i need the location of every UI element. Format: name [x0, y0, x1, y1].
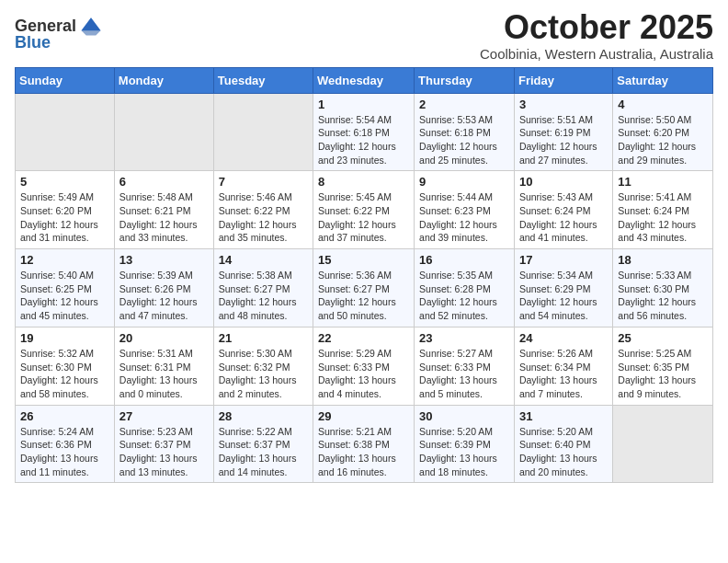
day-info: Sunrise: 5:45 AM Sunset: 6:22 PM Dayligh…: [318, 190, 409, 245]
day-info: Sunrise: 5:23 AM Sunset: 6:37 PM Dayligh…: [119, 425, 209, 479]
weekday-monday: Monday: [114, 67, 213, 93]
day-number: 5: [20, 175, 109, 189]
weekday-wednesday: Wednesday: [313, 67, 415, 93]
day-number: 31: [519, 409, 608, 423]
day-number: 15: [318, 253, 409, 267]
header: General Blue October 2025 Coolbinia, Wes…: [15, 9, 713, 62]
month-title: October 2025: [480, 9, 713, 46]
day-number: 27: [119, 409, 209, 423]
calendar-cell: 18Sunrise: 5:33 AM Sunset: 6:30 PM Dayli…: [613, 249, 713, 327]
day-number: 21: [219, 331, 308, 345]
logo: General Blue: [15, 13, 104, 52]
calendar-cell: 4Sunrise: 5:50 AM Sunset: 6:20 PM Daylig…: [613, 93, 713, 171]
day-number: 18: [618, 253, 708, 267]
calendar-cell: 17Sunrise: 5:34 AM Sunset: 6:29 PM Dayli…: [514, 249, 612, 327]
day-info: Sunrise: 5:32 AM Sunset: 6:30 PM Dayligh…: [20, 347, 109, 401]
calendar-cell: 1Sunrise: 5:54 AM Sunset: 6:18 PM Daylig…: [313, 93, 415, 171]
calendar-cell: 26Sunrise: 5:24 AM Sunset: 6:36 PM Dayli…: [16, 405, 115, 483]
day-number: 29: [318, 409, 409, 423]
calendar-cell: 20Sunrise: 5:31 AM Sunset: 6:31 PM Dayli…: [114, 327, 213, 405]
day-info: Sunrise: 5:44 AM Sunset: 6:23 PM Dayligh…: [419, 190, 509, 245]
calendar-cell: 14Sunrise: 5:38 AM Sunset: 6:27 PM Dayli…: [213, 249, 313, 327]
calendar-cell: 31Sunrise: 5:20 AM Sunset: 6:40 PM Dayli…: [514, 405, 612, 483]
week-row-3: 12Sunrise: 5:40 AM Sunset: 6:25 PM Dayli…: [16, 249, 713, 327]
calendar: SundayMondayTuesdayWednesdayThursdayFrid…: [15, 67, 713, 484]
day-info: Sunrise: 5:49 AM Sunset: 6:20 PM Dayligh…: [20, 190, 109, 245]
day-number: 30: [419, 409, 509, 423]
calendar-cell: 30Sunrise: 5:20 AM Sunset: 6:39 PM Dayli…: [415, 405, 515, 483]
day-info: Sunrise: 5:48 AM Sunset: 6:21 PM Dayligh…: [119, 190, 209, 245]
day-info: Sunrise: 5:40 AM Sunset: 6:25 PM Dayligh…: [20, 269, 109, 323]
calendar-cell: 23Sunrise: 5:27 AM Sunset: 6:33 PM Dayli…: [415, 327, 515, 405]
day-number: 2: [419, 98, 509, 111]
day-info: Sunrise: 5:41 AM Sunset: 6:24 PM Dayligh…: [618, 190, 708, 245]
calendar-cell: 16Sunrise: 5:35 AM Sunset: 6:28 PM Dayli…: [415, 249, 515, 327]
day-info: Sunrise: 5:25 AM Sunset: 6:35 PM Dayligh…: [618, 347, 708, 401]
calendar-cell: 11Sunrise: 5:41 AM Sunset: 6:24 PM Dayli…: [613, 171, 713, 249]
day-number: 25: [618, 331, 708, 345]
day-info: Sunrise: 5:20 AM Sunset: 6:39 PM Dayligh…: [419, 425, 509, 479]
week-row-2: 5Sunrise: 5:49 AM Sunset: 6:20 PM Daylig…: [16, 171, 713, 249]
calendar-cell: 13Sunrise: 5:39 AM Sunset: 6:26 PM Dayli…: [114, 249, 213, 327]
day-number: 8: [318, 175, 409, 189]
day-number: 23: [419, 331, 509, 345]
day-number: 26: [20, 409, 109, 423]
calendar-cell: 10Sunrise: 5:43 AM Sunset: 6:24 PM Dayli…: [514, 171, 612, 249]
weekday-sunday: Sunday: [16, 67, 115, 93]
day-info: Sunrise: 5:22 AM Sunset: 6:37 PM Dayligh…: [219, 425, 308, 479]
calendar-cell: 8Sunrise: 5:45 AM Sunset: 6:22 PM Daylig…: [313, 171, 415, 249]
day-number: 1: [318, 98, 409, 111]
calendar-cell: 28Sunrise: 5:22 AM Sunset: 6:37 PM Dayli…: [213, 405, 313, 483]
calendar-cell: [114, 93, 213, 171]
calendar-cell: [16, 93, 115, 171]
calendar-cell: 6Sunrise: 5:48 AM Sunset: 6:21 PM Daylig…: [114, 171, 213, 249]
calendar-cell: 15Sunrise: 5:36 AM Sunset: 6:27 PM Dayli…: [313, 249, 415, 327]
day-info: Sunrise: 5:43 AM Sunset: 6:24 PM Dayligh…: [519, 190, 608, 245]
week-row-5: 26Sunrise: 5:24 AM Sunset: 6:36 PM Dayli…: [16, 405, 713, 483]
day-number: 10: [519, 175, 608, 189]
day-info: Sunrise: 5:20 AM Sunset: 6:40 PM Dayligh…: [519, 425, 608, 479]
day-number: 17: [519, 253, 608, 267]
day-number: 22: [318, 331, 409, 345]
day-number: 12: [20, 253, 109, 267]
day-info: Sunrise: 5:24 AM Sunset: 6:36 PM Dayligh…: [20, 425, 109, 479]
calendar-cell: [613, 405, 713, 483]
day-info: Sunrise: 5:35 AM Sunset: 6:28 PM Dayligh…: [419, 269, 509, 323]
day-info: Sunrise: 5:26 AM Sunset: 6:34 PM Dayligh…: [519, 347, 608, 401]
day-info: Sunrise: 5:38 AM Sunset: 6:27 PM Dayligh…: [219, 269, 308, 323]
calendar-cell: 22Sunrise: 5:29 AM Sunset: 6:33 PM Dayli…: [313, 327, 415, 405]
day-number: 19: [20, 331, 109, 345]
day-info: Sunrise: 5:36 AM Sunset: 6:27 PM Dayligh…: [318, 269, 409, 323]
weekday-friday: Friday: [514, 67, 612, 93]
day-info: Sunrise: 5:31 AM Sunset: 6:31 PM Dayligh…: [119, 347, 209, 401]
calendar-cell: 12Sunrise: 5:40 AM Sunset: 6:25 PM Dayli…: [16, 249, 115, 327]
day-info: Sunrise: 5:29 AM Sunset: 6:33 PM Dayligh…: [318, 347, 409, 401]
weekday-thursday: Thursday: [415, 67, 515, 93]
title-block: October 2025 Coolbinia, Western Australi…: [480, 9, 713, 62]
week-row-1: 1Sunrise: 5:54 AM Sunset: 6:18 PM Daylig…: [16, 93, 713, 171]
day-info: Sunrise: 5:39 AM Sunset: 6:26 PM Dayligh…: [119, 269, 209, 323]
calendar-cell: [213, 93, 313, 171]
day-info: Sunrise: 5:27 AM Sunset: 6:33 PM Dayligh…: [419, 347, 509, 401]
calendar-cell: 2Sunrise: 5:53 AM Sunset: 6:18 PM Daylig…: [415, 93, 515, 171]
day-info: Sunrise: 5:53 AM Sunset: 6:18 PM Dayligh…: [419, 113, 509, 167]
day-info: Sunrise: 5:34 AM Sunset: 6:29 PM Dayligh…: [519, 269, 608, 323]
calendar-cell: 9Sunrise: 5:44 AM Sunset: 6:23 PM Daylig…: [415, 171, 515, 249]
calendar-cell: 29Sunrise: 5:21 AM Sunset: 6:38 PM Dayli…: [313, 405, 415, 483]
day-info: Sunrise: 5:51 AM Sunset: 6:19 PM Dayligh…: [519, 113, 608, 167]
day-info: Sunrise: 5:46 AM Sunset: 6:22 PM Dayligh…: [219, 190, 308, 245]
page: General Blue October 2025 Coolbinia, Wes…: [0, 0, 728, 498]
day-number: 20: [119, 331, 209, 345]
weekday-saturday: Saturday: [613, 67, 713, 93]
day-number: 6: [119, 175, 209, 189]
svg-marker-1: [82, 17, 101, 35]
day-number: 16: [419, 253, 509, 267]
calendar-cell: 21Sunrise: 5:30 AM Sunset: 6:32 PM Dayli…: [213, 327, 313, 405]
day-number: 4: [618, 98, 708, 111]
day-number: 24: [519, 331, 608, 345]
calendar-cell: 5Sunrise: 5:49 AM Sunset: 6:20 PM Daylig…: [16, 171, 115, 249]
day-number: 14: [219, 253, 308, 267]
calendar-cell: 7Sunrise: 5:46 AM Sunset: 6:22 PM Daylig…: [213, 171, 313, 249]
weekday-tuesday: Tuesday: [213, 67, 313, 93]
calendar-cell: 27Sunrise: 5:23 AM Sunset: 6:37 PM Dayli…: [114, 405, 213, 483]
